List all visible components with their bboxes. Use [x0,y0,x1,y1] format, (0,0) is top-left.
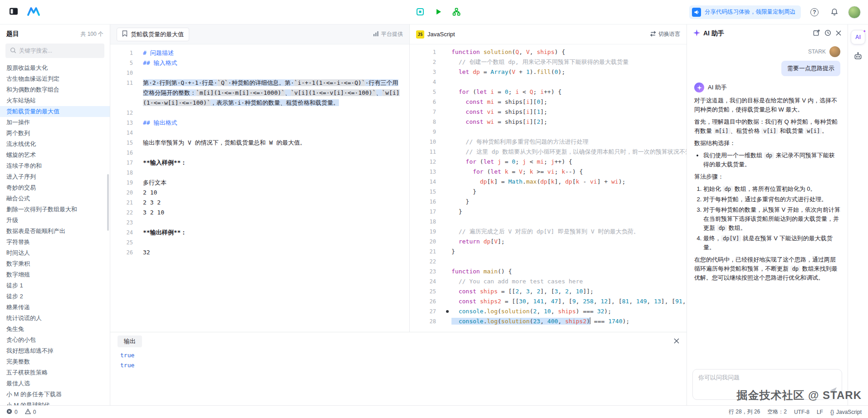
code-line: 24 // You can add more test cases here [410,277,687,287]
code-line: 13 for (let k = V; k >= vi; k--) { [410,167,687,177]
sidebar-problem-item[interactable]: 奇妙的交易 [0,182,110,193]
sidebar-problem-item[interactable]: 贪心的小包 [0,335,110,345]
code-line: 14 dp[k] = Math.max(dp[k], dp[k - vi] + … [410,177,687,187]
sidebar-problem-item[interactable]: 货船载货量的最大值 [0,106,110,117]
ai-assistant-badge[interactable]: AI ✦ [851,30,865,44]
right-toolbar: AI ✦ [848,24,868,405]
search-box [5,44,104,58]
code-line: 3 let dp = Array(V + 1).fill(0); [410,67,687,77]
code-line: 2 // 创建一个数组 dp, 用来记录不同预算下能获得的最大载货量 [410,57,687,67]
code-line: 16 } [410,197,687,207]
sparkle-icon: ✦ [863,29,866,34]
sidebar-problem-item[interactable]: 删除一次得到子数组最大和 [0,204,110,215]
code-line: 9 [410,127,687,137]
error-indicator[interactable]: 0 [6,408,18,416]
output-tab[interactable]: 输出 [118,335,142,347]
notifications-button[interactable] [828,6,841,19]
sidebar-problem-item[interactable]: 完美整数 [0,356,110,367]
close-icon [836,30,841,37]
user-message-bubble: 需要一点思路提示 [781,61,840,76]
code-line: 18 [410,217,687,227]
robot-assistant-button[interactable] [853,52,863,62]
sidebar-problem-item[interactable]: 徒步 2 [0,291,110,302]
sidebar-problem-item[interactable]: 和为偶数的数字组合 [0,84,110,95]
eol-setting[interactable]: LF [817,409,823,415]
sidebar-problem-item[interactable]: 数据表是否能顺利产出 [0,226,110,237]
sidebar-problem-item[interactable]: 统计说谎的人 [0,313,110,324]
help-button[interactable]: ? [808,6,821,19]
promo-banner[interactable]: 分享代码练习体验，领限量定制周边 [689,5,801,19]
sidebar-problem-item[interactable]: 古生物血缘远近判定 [0,73,110,84]
close-ai-button[interactable] [836,30,841,37]
sidebar-problem-item[interactable]: 加一操作 [0,117,110,128]
close-icon [674,338,679,345]
encoding-setting[interactable]: UTF-8 [794,409,809,415]
problem-sidebar: 题目 共 100 个 股票收益最大化古生物血缘远近判定和为偶数的数字组合火车站场… [0,24,110,405]
chart-icon [373,31,379,38]
markdown-row: 17**输入样例**： [110,158,409,168]
sidebar-problem-item[interactable]: 糖果传递 [0,302,110,313]
language-mode[interactable]: {} JavaScript [830,409,862,415]
app-logo[interactable] [27,6,40,19]
sidebar-problem-item[interactable]: 流水线优化 [0,139,110,150]
new-chat-button[interactable] [813,29,820,38]
sidebar-problem-item[interactable]: 兔生兔 [0,324,110,335]
warning-indicator[interactable]: 0 [25,408,36,416]
sidebar-problem-item[interactable]: 我好想逃却逃不掉 [0,345,110,356]
sidebar-problem-item[interactable]: 五子棋获胜策略 [0,367,110,378]
problem-tab[interactable]: 货船载货量的最大值 [117,28,189,41]
indent-setting[interactable]: 空格：2 [767,408,787,416]
run-settings-button[interactable] [414,6,427,19]
search-input[interactable] [19,48,100,54]
markdown-row: 202 10 [110,188,409,198]
code-line: 10 // 每种货船利用多重背包问题的方法进行处理 [410,137,687,147]
ai-question-input[interactable] [698,374,825,381]
language-tab[interactable]: JS JavaScript [416,30,455,39]
markdown-row: 1# 问题描述 [110,48,409,58]
send-icon [829,389,837,396]
sidebar-problem-item[interactable]: 股票收益最大化 [0,63,110,73]
code-line: 7 const vi = ships[i][1]; [410,107,687,117]
sidebar-problem-item[interactable]: 小 M 的星球时代 [0,400,110,405]
code-line: 27 console.log(solution(2, 10, ships) ==… [410,306,687,316]
sidebar-problem-item[interactable]: 进入子序列 [0,171,110,182]
close-output-button[interactable] [674,338,679,345]
sidebar-problem-item[interactable]: 螺旋的艺术 [0,150,110,160]
sidebar-problem-item[interactable]: 升级 [0,215,110,226]
sidebar-problem-item[interactable]: 数字增殖 [0,269,110,280]
send-button[interactable] [829,387,837,396]
markdown-row: 5## 输入格式 [110,58,409,68]
bell-icon [830,7,839,17]
debug-tree-button[interactable] [450,6,463,19]
code-line: 28 console.log(solution(23, 400, ships2)… [410,316,687,326]
sidebar-problem-item[interactable]: 最佳人选 [0,378,110,389]
sidebar-problem-item[interactable]: 徒步 1 [0,280,110,291]
user-avatar[interactable] [848,6,861,19]
run-button[interactable] [432,6,445,19]
switch-language-button[interactable]: 切换语言 [650,30,680,38]
sidebar-problem-item[interactable]: 火车站场站 [0,95,110,106]
sidebar-problem-item[interactable]: 融合公式 [0,193,110,204]
sidebar-panel-icon [9,7,18,17]
code-content[interactable]: 1function solution(Q, V, ships) {2 // 创建… [410,44,687,332]
history-button[interactable] [824,29,831,38]
sidebar-toggle-button[interactable] [7,6,20,19]
sidebar-problem-item[interactable]: 连续子串的和 [0,160,110,171]
markdown-row: 10 [110,68,409,78]
sidebar-problem-item[interactable]: 字符替换 [0,237,110,248]
cursor-position[interactable]: 行 28，列 26 [729,408,760,416]
sidebar-problem-item[interactable]: 时间达人 [0,248,110,258]
workspace: 货船载货量的最大值 平台提供 1# 问题描述5## 输入格式1011第·2·行到… [110,24,687,405]
statusbar: 0 0 行 28，列 26 空格：2 UTF-8 LF {} JavaScrip… [0,405,868,418]
code-line: 17 } [410,207,687,217]
code-line: 19 // 遍历完成之后 V 对应的 dp[V] 即是预算到 V 时的最大负荷。 [410,227,687,237]
compose-icon [813,29,820,38]
app-root: 分享代码练习体验，领限量定制周边 ? 题目 共 100 个 [0,0,868,418]
sidebar-scrollbar[interactable] [107,174,109,231]
markdown-row: 15输出李华预算为 V 的情况下，货船载货量总和 W 的最大值。 [110,138,409,148]
sidebar-problem-item[interactable]: 数字乘积 [0,258,110,269]
problem-content[interactable]: 1# 问题描述5## 输入格式1011第·2·行到第·Q·+·1·行是·`Q`·… [110,44,409,332]
lightbulb-marker[interactable] [446,310,449,313]
sidebar-problem-item[interactable]: 小 M 的多任务下载器 [0,389,110,400]
sidebar-problem-item[interactable]: 两个数列 [0,128,110,139]
